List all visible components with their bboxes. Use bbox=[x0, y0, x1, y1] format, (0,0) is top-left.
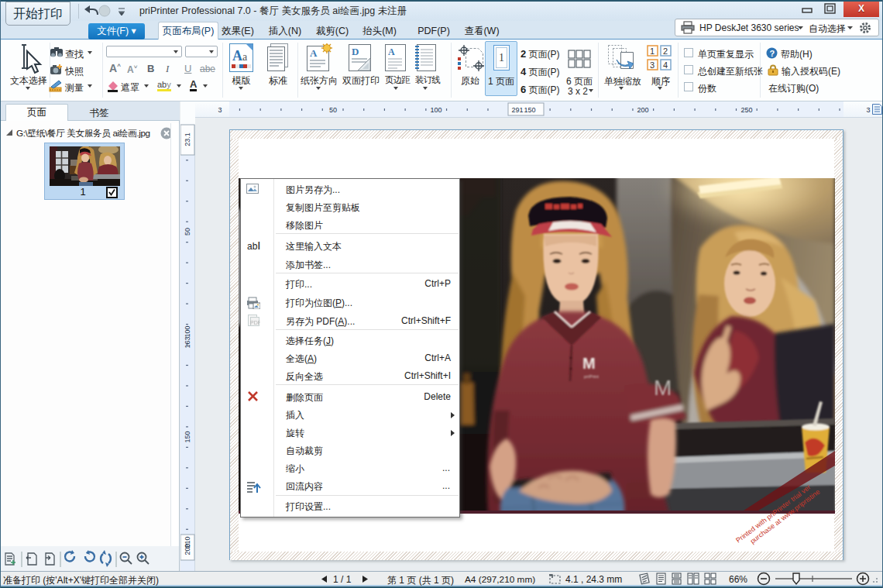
svg-text:a: a bbox=[242, 51, 248, 63]
svg-text:163: 163 bbox=[184, 336, 191, 348]
svg-text:150: 150 bbox=[524, 106, 535, 114]
svg-text:3: 3 bbox=[650, 60, 655, 70]
svg-text:PDF: PDF bbox=[250, 320, 260, 325]
svg-text:50: 50 bbox=[184, 228, 191, 236]
svg-text:A: A bbox=[388, 46, 395, 57]
svg-text:2: 2 bbox=[663, 46, 668, 56]
svg-text:priPrint: priPrint bbox=[584, 374, 599, 379]
svg-text:291: 291 bbox=[511, 106, 523, 114]
svg-text:D: D bbox=[352, 46, 359, 57]
svg-text:23.1: 23.1 bbox=[184, 132, 191, 146]
svg-text:250: 250 bbox=[740, 106, 752, 114]
svg-text:A: A bbox=[232, 48, 242, 64]
svg-text:M: M bbox=[582, 355, 596, 372]
svg-text:100: 100 bbox=[430, 106, 442, 114]
svg-text:1: 1 bbox=[499, 52, 504, 64]
svg-text:4: 4 bbox=[663, 60, 668, 70]
svg-text:200: 200 bbox=[637, 106, 648, 114]
svg-text:3: 3 bbox=[218, 106, 222, 114]
svg-text:100: 100 bbox=[184, 325, 191, 337]
svg-text:A: A bbox=[310, 47, 318, 59]
svg-text:M: M bbox=[654, 376, 672, 400]
svg-text:?: ? bbox=[770, 49, 775, 58]
svg-text:50: 50 bbox=[329, 106, 337, 114]
svg-text:150: 150 bbox=[184, 431, 191, 442]
svg-text:210: 210 bbox=[184, 536, 191, 548]
svg-text:1: 1 bbox=[650, 46, 655, 56]
svg-text:3: 3 bbox=[866, 106, 870, 114]
